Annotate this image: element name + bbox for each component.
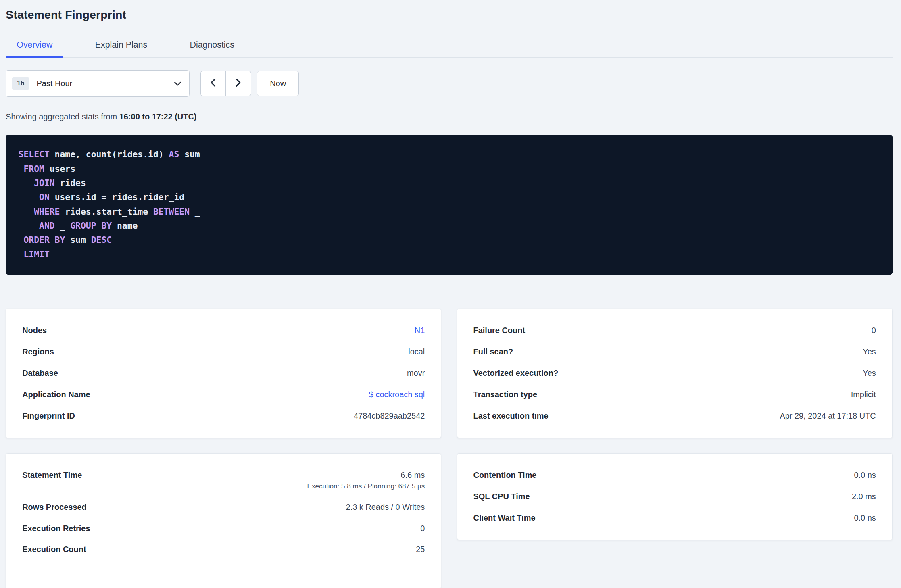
time-controls: 1h Past Hour Now [6,70,892,97]
row-value: Yes [863,347,876,357]
row-value: 25 [416,545,425,554]
card-row: Transaction typeImplicit [473,384,876,405]
row-subvalue: Execution: 5.8 ms / Planning: 687.5 µs [307,482,425,490]
row-value-wrap: 6.6 msExecution: 5.8 ms / Planning: 687.… [307,471,425,490]
stats-range: 16:00 to 17:22 (UTC) [119,112,197,121]
sql-line: FROM users [19,162,879,176]
sql-line: ORDER BY sum DESC [19,233,879,247]
row-value: 0 [420,524,425,533]
row-label: SQL CPU Time [473,492,530,501]
card-row: Contention Time0.0 ns [473,465,876,486]
card-row: Application Name$ cockroach sql [22,384,425,405]
row-label: Nodes [22,326,47,335]
aggregated-stats-text: Showing aggregated stats from 16:00 to 1… [6,112,892,121]
card-row: Last execution timeApr 29, 2024 at 17:18… [473,405,876,427]
sql-code: SELECT name, count(rides.id) AS sum FROM… [19,147,879,261]
row-value-wrap: 0.0 ns [854,513,876,523]
card-row: SQL CPU Time2.0 ms [473,486,876,507]
row-label: Execution Retries [22,524,90,533]
row-label: Last execution time [473,411,549,421]
sql-line: ON users.id = rides.rider_id [19,190,879,204]
row-label: Contention Time [473,471,537,480]
card-row: Rows Processed2.3 k Reads / 0 Writes [22,496,425,518]
card-row: Execution Retries0 [22,518,425,539]
tab-bar: Overview Explain Plans Diagnostics [6,35,892,58]
row-value: Apr 29, 2024 at 17:18 UTC [780,411,876,421]
time-range-badge: 1h [12,77,29,89]
time-range-label: Past Hour [36,79,174,88]
row-value: local [408,347,425,357]
next-time-button[interactable] [226,71,251,96]
viewport: Statement Fingerprint Overview Explain P… [0,0,901,588]
row-value-wrap: Yes [863,347,876,357]
row-label: Full scan? [473,347,513,357]
row-value-wrap: 0 [420,524,425,533]
chevron-right-icon [236,79,241,89]
sql-line: JOIN rides [19,176,879,190]
page-title: Statement Fingerprint [6,8,892,21]
now-button[interactable]: Now [257,71,299,96]
row-value-wrap: 2.3 k Reads / 0 Writes [346,503,425,512]
row-label: Statement Time [22,471,82,480]
row-value: 0 [872,326,876,335]
card-row: Client Wait Time0.0 ns [473,507,876,529]
row-value-wrap: 2.0 ms [852,492,876,501]
row-value-wrap: 0 [872,326,876,335]
row-label: Failure Count [473,326,525,335]
details-cards-row: NodesN1RegionslocalDatabasemovrApplicati… [6,309,892,438]
row-value-link[interactable]: N1 [415,326,425,335]
row-value-wrap: $ cockroach sql [369,390,425,399]
row-value: 6.6 ms [307,471,425,480]
sql-line: AND _ GROUP BY name [19,219,879,233]
row-label: Application Name [22,390,90,399]
row-label: Client Wait Time [473,513,536,523]
tab-explain-plans[interactable]: Explain Plans [84,35,159,58]
chevron-down-icon [174,79,181,88]
row-label: Transaction type [473,390,537,399]
row-label: Regions [22,347,54,357]
row-label: Fingerprint ID [22,411,75,421]
row-label: Execution Count [22,545,86,554]
row-value-wrap: movr [407,369,425,378]
chevron-left-icon [211,79,216,89]
row-value: 0.0 ns [854,513,876,523]
row-value-link[interactable]: $ cockroach sql [369,390,425,399]
row-value-wrap: Apr 29, 2024 at 17:18 UTC [780,411,876,421]
card-row: Statement Time6.6 msExecution: 5.8 ms / … [22,465,425,496]
card-row: Regionslocal [22,341,425,363]
row-label: Vectorized execution? [473,369,559,378]
time-step-buttons [200,71,251,96]
sql-line: SELECT name, count(rides.id) AS sum [19,147,879,161]
row-label: Database [22,369,58,378]
card-row: Vectorized execution?Yes [473,363,876,384]
card-row: Execution Count25 [22,539,425,560]
card-row: Databasemovr [22,363,425,384]
stats-prefix: Showing aggregated stats from [6,112,117,121]
card-row: Fingerprint ID4784cb829aab2542 [22,405,425,427]
card-row: Full scan?Yes [473,341,876,363]
tab-diagnostics[interactable]: Diagnostics [179,35,245,58]
tab-overview[interactable]: Overview [6,35,63,58]
execution-attributes-card: Failure Count0Full scan?YesVectorized ex… [457,309,893,438]
row-value: Implicit [851,390,876,399]
row-value: 2.0 ms [852,492,876,501]
statement-fingerprint-page: Statement Fingerprint Overview Explain P… [0,0,901,588]
prev-time-button[interactable] [200,71,226,96]
statement-details-card: NodesN1RegionslocalDatabasemovrApplicati… [6,309,441,438]
row-value: 0.0 ns [854,471,876,480]
row-label: Rows Processed [22,503,87,512]
row-value-wrap: local [408,347,425,357]
row-value-wrap: Implicit [851,390,876,399]
sql-line: WHERE rides.start_time BETWEEN _ [19,204,879,219]
row-value-wrap: 0.0 ns [854,471,876,480]
time-range-dropdown[interactable]: 1h Past Hour [6,70,190,97]
row-value-wrap: Yes [863,369,876,378]
row-value: 2.3 k Reads / 0 Writes [346,503,425,512]
timing-cards-row: Statement Time6.6 msExecution: 5.8 ms / … [6,453,892,588]
row-value-wrap: 25 [416,545,425,554]
row-value: movr [407,369,425,378]
row-value-wrap: N1 [415,326,425,335]
card-row: Failure Count0 [473,320,876,341]
row-value: Yes [863,369,876,378]
row-value: 4784cb829aab2542 [354,411,425,421]
